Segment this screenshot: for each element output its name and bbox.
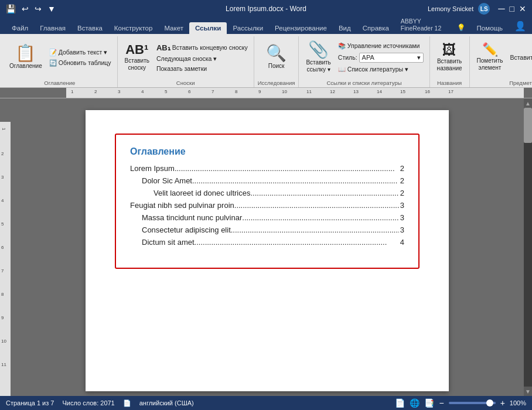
show-notes-button[interactable]: Показать заметки	[154, 64, 250, 73]
titlebar-right: Lemony Snicket LS ─ □ ✕	[428, 3, 527, 15]
tab-abbyy[interactable]: ABBYY FineReader 12	[395, 15, 451, 34]
toc-text-2: Dolor Sic Amet	[142, 176, 192, 185]
zoom-in-button[interactable]: +	[500, 398, 505, 408]
scroll-up-button[interactable]: ▲	[524, 98, 532, 108]
toc-dots-2: ........................................…	[192, 176, 399, 185]
toc-dots-4: ........................................…	[234, 201, 399, 210]
tab-home[interactable]: Главная	[34, 22, 71, 34]
style-select[interactable]: APA ▾	[359, 53, 424, 63]
group-index-label: Предметный указатель	[509, 78, 532, 86]
ruler-mark-14: 15	[400, 89, 405, 94]
view-web-icon[interactable]: 🌐	[410, 398, 420, 408]
ruler-mark-10: 11	[306, 89, 312, 94]
window-title: Lorem Ipsum.docx - Word	[226, 5, 306, 13]
update-table-label: Обновить таблицу	[59, 59, 111, 66]
ruler-mark-11: 12	[330, 89, 335, 94]
vruler-1: 1	[1, 128, 6, 130]
toc-button[interactable]: 📋 Оглавление	[6, 36, 46, 78]
tab-layout[interactable]: Макет	[158, 22, 189, 34]
insert-citation-label: Вставитьссылку ▾	[306, 59, 330, 73]
toc-page-3: 2	[400, 189, 404, 197]
redo-icon[interactable]: ↪	[33, 4, 43, 13]
tab-insert[interactable]: Вставка	[71, 22, 108, 34]
toc-entry-5: Massa tincidunt nunc pulvinar ..........…	[130, 213, 404, 222]
group-research-label: Исследования	[258, 78, 295, 86]
tab-review[interactable]: Рецензирование	[269, 22, 333, 34]
toc-dots-3: ........................................…	[250, 189, 398, 197]
tab-lightbulb[interactable]: 💡	[451, 21, 471, 34]
insert-endnote-button[interactable]: AB₁ Вставить концевую сноску	[154, 42, 250, 53]
ribbon: 📋 Оглавление 📝 Добавить текст ▾ 🔄 Обнови…	[0, 34, 532, 88]
search-button[interactable]: 🔍 Поиск	[262, 36, 290, 78]
undo-icon[interactable]: ↩	[21, 4, 30, 13]
vruler-3: 3	[1, 175, 4, 180]
tab-file[interactable]: Файл	[6, 22, 34, 34]
titlebar: 💾 ↩ ↪ ▼ Lorem Ipsum.docx - Word Lemony S…	[0, 0, 532, 18]
tab-design[interactable]: Конструктор	[108, 22, 159, 34]
vruler-10: 10	[1, 339, 6, 344]
vertical-ruler: 1 2 3 4 5 6 7 8 9 10 11	[0, 98, 11, 396]
toc-text-1: Lorem Ipsum	[130, 164, 175, 173]
ruler-mark-13: 14	[377, 89, 382, 94]
save-icon[interactable]: 💾	[5, 4, 17, 13]
toc-entry-3: Velit laoreet id donec ultrices ........…	[130, 189, 404, 197]
tab-help[interactable]: Справка	[357, 22, 395, 34]
tab-mailings[interactable]: Рассылки	[227, 22, 269, 34]
style-dropdown-icon: ▾	[417, 54, 421, 62]
search-icon: 🔍	[266, 45, 287, 62]
toc-entry-4: Feugiat nibh sed pulvinar proin ........…	[130, 201, 404, 210]
group-toc-buttons: 📋 Оглавление 📝 Добавить текст ▾ 🔄 Обнови…	[6, 36, 114, 78]
vertical-scrollbar[interactable]: ▲ ▼	[524, 98, 532, 396]
ruler-mark-9: 10	[282, 89, 287, 94]
add-text-button[interactable]: 📝 Добавить текст ▾	[47, 47, 114, 57]
scroll-down-button[interactable]: ▼	[524, 387, 532, 396]
horizontal-ruler: 1 2 3 4 5 6 7 8 9 10 11 12 13 14 15 16 1…	[0, 88, 532, 98]
index-col: Вставить предметный указатель	[507, 53, 532, 62]
insert-index-button[interactable]: Вставить предметный указатель	[507, 53, 532, 62]
group-index: ✏️ Пометитьэлемент Вставить предметный у…	[470, 36, 532, 87]
zoom-out-button[interactable]: −	[439, 398, 444, 408]
insert-footnote-label: Вставитьсноску	[125, 57, 149, 71]
vruler-4: 4	[1, 198, 4, 203]
mark-entry-button[interactable]: ✏️ Пометитьэлемент	[473, 36, 507, 78]
tab-help2[interactable]: Помощь	[471, 22, 509, 34]
bibliography-icon: 📖	[338, 66, 346, 73]
user-name: Lemony Snicket	[428, 5, 473, 12]
zoom-slider[interactable]	[449, 402, 496, 404]
group-footnotes: AB¹ Вставитьсноску AB₁ Вставить концевую…	[118, 36, 254, 87]
user-avatar[interactable]: LS	[478, 3, 490, 15]
document-area[interactable]: Оглавление Lorem Ipsum .................…	[11, 98, 524, 396]
scroll-thumb[interactable]	[524, 108, 532, 143]
ribbon-tabs: Файл Главная Вставка Конструктор Макет С…	[0, 18, 532, 34]
group-footnotes-buttons: AB¹ Вставитьсноску AB₁ Вставить концевую…	[121, 36, 250, 78]
tab-references[interactable]: Ссылки	[189, 22, 227, 34]
view-print-icon[interactable]: 📄	[395, 398, 405, 408]
tab-view[interactable]: Вид	[333, 22, 357, 34]
tab-share[interactable]: 👤	[509, 18, 532, 34]
insert-footnote-button[interactable]: AB¹ Вставитьсноску	[121, 36, 153, 78]
add-text-icon: 📝	[49, 49, 57, 56]
mark-entry-label: Пометитьэлемент	[477, 57, 503, 71]
document-page: Оглавление Lorem Ipsum .................…	[86, 110, 449, 391]
maximize-button[interactable]: □	[509, 4, 516, 13]
view-outline-icon[interactable]: 📑	[424, 398, 434, 408]
update-table-button[interactable]: 🔄 Обновить таблицу	[47, 58, 114, 68]
manage-sources-button[interactable]: 📚 Управление источниками	[336, 41, 426, 51]
group-toc: 📋 Оглавление 📝 Добавить текст ▾ 🔄 Обнови…	[2, 36, 118, 87]
insert-citation-button[interactable]: 📎 Вставитьссылку ▾	[302, 36, 334, 78]
insert-caption-label: Вставитьназвание	[437, 58, 462, 72]
minimize-button[interactable]: ─	[497, 4, 506, 14]
close-button[interactable]: ✕	[518, 4, 527, 13]
toc-page-2: 2	[400, 176, 404, 185]
main-area: 1 2 3 4 5 6 7 8 9 10 11 Оглавление Lorem…	[0, 98, 532, 396]
manage-sources-icon: 📚	[338, 42, 346, 50]
bibliography-button[interactable]: 📖 Список литературы ▾	[336, 64, 426, 74]
next-footnote-button[interactable]: Следующая сноска ▾	[154, 54, 250, 63]
zoom-slider-thumb	[486, 399, 493, 406]
customize-icon[interactable]: ▼	[46, 4, 57, 13]
group-citations: 📎 Вставитьссылку ▾ 📚 Управление источник…	[299, 36, 429, 87]
ruler-mark-0: 1	[71, 89, 73, 94]
ruler-mark-8: 9	[258, 89, 261, 94]
toc-icon: 📋	[15, 45, 36, 62]
insert-caption-button[interactable]: 🖼 Вставитьназвание	[434, 36, 466, 78]
